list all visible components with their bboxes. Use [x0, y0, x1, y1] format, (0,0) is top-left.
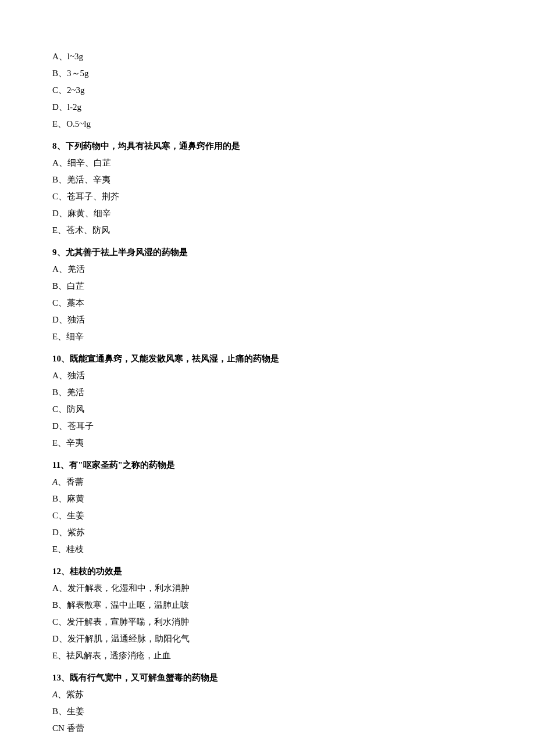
option-line: A、l~3g: [52, 49, 483, 63]
option-line: D、苍耳子: [52, 419, 483, 433]
option-line: B、麻黄: [52, 492, 483, 506]
option-line: E、桂枝: [52, 542, 483, 556]
option-line: D、独活: [52, 313, 483, 327]
option-line: A、独活: [52, 368, 483, 382]
option-line: B、羌活: [52, 385, 483, 399]
option-line: C、发汗解表，宣肺平喘，利水消肿: [52, 615, 483, 629]
option-line: E、O.5~lg: [52, 117, 483, 131]
document-body: A、l~3gB、3～5gC、2~3gD、l-2gE、O.5~lg8、下列药物中，…: [52, 49, 483, 735]
option-line: B、羌活、辛夷: [52, 173, 483, 187]
option-line: C、防风: [52, 402, 483, 416]
option-line: A、发汗解表，化湿和中，利水消肿: [52, 581, 483, 595]
option-line: C、生姜: [52, 508, 483, 522]
option-line: B、白芷: [52, 279, 483, 293]
option-line: C、苍耳子、荆芥: [52, 189, 483, 203]
option-text: 、香薷: [58, 477, 84, 486]
option-line: B、3～5g: [52, 66, 483, 80]
question-line: 13、既有行气宽中，又可解鱼蟹毒的药物是: [52, 671, 483, 685]
option-text: 、紫苏: [58, 690, 84, 699]
option-line: E、辛夷: [52, 436, 483, 450]
option-line: C、2~3g: [52, 83, 483, 97]
option-line: B、生姜: [52, 704, 483, 718]
option-line: D、发汗解肌，温通经脉，助阳化气: [52, 632, 483, 646]
question-line: 11、有"呕家圣药"之称的药物是: [52, 458, 483, 472]
option-line: A、紫苏: [52, 687, 483, 701]
option-line: CN 香蕾: [52, 721, 483, 735]
option-line: A、羌活: [52, 262, 483, 276]
option-line: A、细辛、白芷: [52, 156, 483, 170]
question-line: 9、尤其善于祛上半身风湿的药物是: [52, 245, 483, 259]
option-prefix: A: [52, 477, 58, 486]
option-line: D、麻黄、细辛: [52, 206, 483, 220]
option-line: C、藁本: [52, 296, 483, 310]
option-line: A、香薷: [52, 475, 483, 489]
option-line: E、细辛: [52, 329, 483, 343]
question-line: 12、桂枝的功效是: [52, 564, 483, 578]
option-line: E、祛风解表，透疹消疮，止血: [52, 648, 483, 662]
option-line: E、苍术、防风: [52, 223, 483, 237]
option-prefix: A: [52, 690, 58, 699]
question-line: 8、下列药物中，均具有祛风寒，通鼻窍作用的是: [52, 139, 483, 153]
option-line: D、紫苏: [52, 525, 483, 539]
option-line: D、l-2g: [52, 100, 483, 114]
question-line: 10、既能宣通鼻窍，又能发散风寒，祛风湿，止痛的药物是: [52, 352, 483, 366]
option-line: B、解表散寒，温中止呕，温肺止咳: [52, 598, 483, 612]
